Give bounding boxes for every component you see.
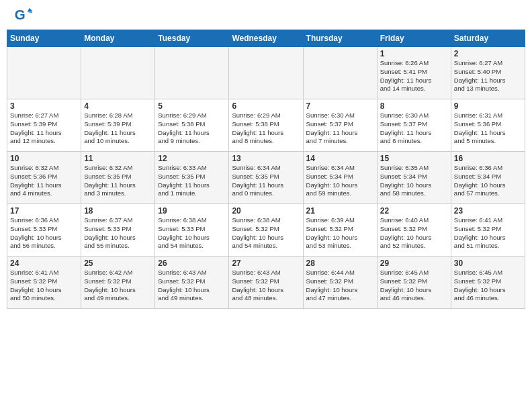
day-number: 10 [10,154,78,163]
day-number: 23 [454,206,522,216]
day-number: 11 [84,154,152,163]
day-number: 29 [380,259,448,268]
calendar-day-cell: 5Sunrise: 6:29 AM Sunset: 5:38 PM Daylig… [155,99,229,152]
day-number: 12 [158,154,226,163]
calendar-day-cell: 17Sunrise: 6:36 AM Sunset: 5:33 PM Dayli… [7,204,81,257]
calendar-day-cell: 4Sunrise: 6:28 AM Sunset: 5:39 PM Daylig… [81,99,155,152]
calendar-day-cell: 18Sunrise: 6:37 AM Sunset: 5:33 PM Dayli… [81,204,155,257]
day-info: Sunrise: 6:34 AM Sunset: 5:34 PM Dayligh… [306,164,374,198]
day-info: Sunrise: 6:27 AM Sunset: 5:40 PM Dayligh… [454,59,522,93]
day-number: 3 [10,101,78,111]
day-info: Sunrise: 6:34 AM Sunset: 5:35 PM Dayligh… [232,164,300,198]
calendar-day-cell [303,47,377,99]
day-info: Sunrise: 6:30 AM Sunset: 5:37 PM Dayligh… [380,111,448,146]
day-number: 5 [158,101,226,111]
logo-icon: G [13,7,32,26]
day-info: Sunrise: 6:43 AM Sunset: 5:32 PM Dayligh… [232,269,300,303]
calendar-day-cell: 10Sunrise: 6:32 AM Sunset: 5:36 PM Dayli… [7,152,81,204]
calendar-day-cell [7,47,81,99]
calendar-day-cell: 29Sunrise: 6:45 AM Sunset: 5:32 PM Dayli… [377,257,451,309]
calendar-day-cell [229,47,303,99]
day-info: Sunrise: 6:42 AM Sunset: 5:32 PM Dayligh… [84,269,152,303]
page-header: G [0,0,532,27]
day-number: 4 [84,101,152,111]
day-of-week-header: Monday [81,30,155,47]
calendar-week-row: 1Sunrise: 6:26 AM Sunset: 5:41 PM Daylig… [7,47,525,99]
day-info: Sunrise: 6:39 AM Sunset: 5:32 PM Dayligh… [306,216,374,250]
calendar-day-cell: 1Sunrise: 6:26 AM Sunset: 5:41 PM Daylig… [377,47,451,99]
day-info: Sunrise: 6:31 AM Sunset: 5:36 PM Dayligh… [454,111,522,146]
day-info: Sunrise: 6:44 AM Sunset: 5:32 PM Dayligh… [306,269,374,303]
day-of-week-header: Thursday [303,30,377,47]
day-info: Sunrise: 6:27 AM Sunset: 5:39 PM Dayligh… [10,111,78,146]
day-of-week-header: Sunday [7,30,81,47]
calendar-day-cell: 21Sunrise: 6:39 AM Sunset: 5:32 PM Dayli… [303,204,377,257]
calendar-day-cell: 16Sunrise: 6:36 AM Sunset: 5:34 PM Dayli… [451,152,525,204]
day-info: Sunrise: 6:30 AM Sunset: 5:37 PM Dayligh… [306,111,374,146]
calendar-week-row: 3Sunrise: 6:27 AM Sunset: 5:39 PM Daylig… [7,99,525,152]
logo: G [13,7,35,26]
day-number: 15 [380,154,448,163]
day-info: Sunrise: 6:41 AM Sunset: 5:32 PM Dayligh… [454,216,522,250]
day-number: 8 [380,101,448,111]
day-number: 16 [454,154,522,163]
calendar-day-cell: 2Sunrise: 6:27 AM Sunset: 5:40 PM Daylig… [451,47,525,99]
calendar-day-cell: 22Sunrise: 6:40 AM Sunset: 5:32 PM Dayli… [377,204,451,257]
calendar-day-cell: 25Sunrise: 6:42 AM Sunset: 5:32 PM Dayli… [81,257,155,309]
calendar-day-cell: 30Sunrise: 6:45 AM Sunset: 5:32 PM Dayli… [451,257,525,309]
day-number: 7 [306,101,374,111]
calendar-day-cell: 6Sunrise: 6:29 AM Sunset: 5:38 PM Daylig… [229,99,303,152]
day-number: 2 [454,49,522,58]
calendar-day-cell: 11Sunrise: 6:32 AM Sunset: 5:35 PM Dayli… [81,152,155,204]
day-info: Sunrise: 6:33 AM Sunset: 5:35 PM Dayligh… [158,164,226,198]
day-number: 17 [10,206,78,216]
day-of-week-header: Saturday [451,30,525,47]
calendar-day-cell: 9Sunrise: 6:31 AM Sunset: 5:36 PM Daylig… [451,99,525,152]
calendar-week-row: 10Sunrise: 6:32 AM Sunset: 5:36 PM Dayli… [7,152,525,204]
day-number: 9 [454,101,522,111]
day-of-week-header: Wednesday [229,30,303,47]
day-number: 6 [232,101,300,111]
day-info: Sunrise: 6:38 AM Sunset: 5:32 PM Dayligh… [232,216,300,250]
calendar-day-cell: 14Sunrise: 6:34 AM Sunset: 5:34 PM Dayli… [303,152,377,204]
day-info: Sunrise: 6:36 AM Sunset: 5:34 PM Dayligh… [454,164,522,198]
day-info: Sunrise: 6:40 AM Sunset: 5:32 PM Dayligh… [380,216,448,250]
day-number: 20 [232,206,300,216]
calendar-day-cell: 26Sunrise: 6:43 AM Sunset: 5:32 PM Dayli… [155,257,229,309]
day-number: 21 [306,206,374,216]
day-info: Sunrise: 6:37 AM Sunset: 5:33 PM Dayligh… [84,216,152,250]
day-info: Sunrise: 6:26 AM Sunset: 5:41 PM Dayligh… [380,59,448,93]
calendar-day-cell: 3Sunrise: 6:27 AM Sunset: 5:39 PM Daylig… [7,99,81,152]
day-number: 25 [84,259,152,268]
day-number: 28 [306,259,374,268]
calendar-day-cell: 15Sunrise: 6:35 AM Sunset: 5:34 PM Dayli… [377,152,451,204]
calendar-day-cell: 23Sunrise: 6:41 AM Sunset: 5:32 PM Dayli… [451,204,525,257]
day-number: 18 [84,206,152,216]
day-number: 13 [232,154,300,163]
day-info: Sunrise: 6:45 AM Sunset: 5:32 PM Dayligh… [454,269,522,303]
calendar-day-cell: 27Sunrise: 6:43 AM Sunset: 5:32 PM Dayli… [229,257,303,309]
svg-text:G: G [15,7,26,22]
calendar-week-row: 24Sunrise: 6:41 AM Sunset: 5:32 PM Dayli… [7,257,525,309]
calendar-day-cell: 12Sunrise: 6:33 AM Sunset: 5:35 PM Dayli… [155,152,229,204]
day-number: 14 [306,154,374,163]
day-info: Sunrise: 6:41 AM Sunset: 5:32 PM Dayligh… [10,269,78,303]
day-info: Sunrise: 6:32 AM Sunset: 5:35 PM Dayligh… [84,164,152,198]
day-info: Sunrise: 6:32 AM Sunset: 5:36 PM Dayligh… [10,164,78,198]
day-info: Sunrise: 6:28 AM Sunset: 5:39 PM Dayligh… [84,111,152,146]
day-number: 26 [158,259,226,268]
calendar-day-cell [155,47,229,99]
calendar-day-cell: 28Sunrise: 6:44 AM Sunset: 5:32 PM Dayli… [303,257,377,309]
day-of-week-header: Tuesday [155,30,229,47]
day-number: 22 [380,206,448,216]
day-info: Sunrise: 6:35 AM Sunset: 5:34 PM Dayligh… [380,164,448,198]
day-info: Sunrise: 6:29 AM Sunset: 5:38 PM Dayligh… [158,111,226,146]
calendar-week-row: 17Sunrise: 6:36 AM Sunset: 5:33 PM Dayli… [7,204,525,257]
calendar-day-cell: 13Sunrise: 6:34 AM Sunset: 5:35 PM Dayli… [229,152,303,204]
day-number: 19 [158,206,226,216]
calendar-day-cell: 24Sunrise: 6:41 AM Sunset: 5:32 PM Dayli… [7,257,81,309]
day-number: 1 [380,49,448,58]
day-info: Sunrise: 6:38 AM Sunset: 5:33 PM Dayligh… [158,216,226,250]
calendar-day-cell: 19Sunrise: 6:38 AM Sunset: 5:33 PM Dayli… [155,204,229,257]
calendar-day-cell: 7Sunrise: 6:30 AM Sunset: 5:37 PM Daylig… [303,99,377,152]
